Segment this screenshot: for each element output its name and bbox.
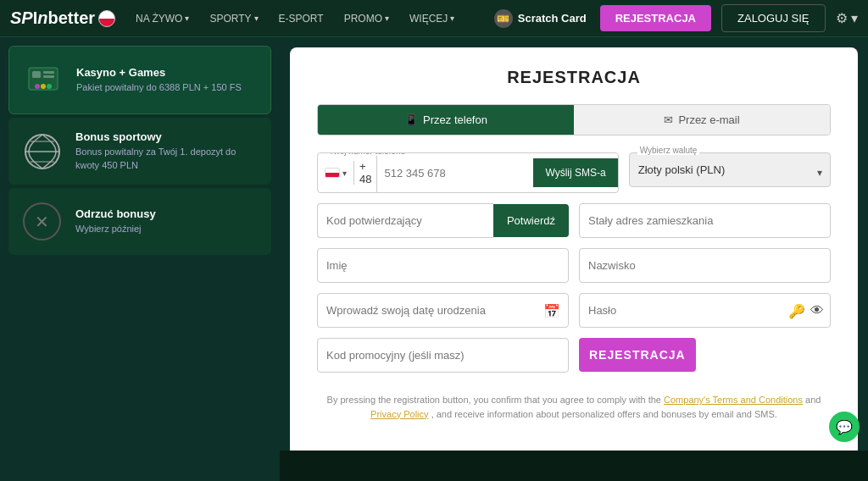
sport-bonus-desc: Bonus powitalny za Twój 1. depozyt do kw…	[75, 146, 261, 172]
terms-link[interactable]: Company's Terms and Conditions	[664, 395, 803, 405]
verify-address-row: Potwierdź	[317, 203, 831, 238]
svg-rect-2	[43, 71, 54, 74]
chat-bubble-button[interactable]: 💬	[829, 412, 860, 442]
name-row	[317, 248, 831, 283]
main-content: Kasyno + Games Pakiet powitalny do 6388 …	[0, 37, 868, 481]
password-icons: 🔑 👁	[788, 302, 824, 318]
casino-bonus-desc: Pakiet powitalny do 6388 PLN + 150 FS	[76, 81, 260, 94]
registration-tabs: 📱 Przez telefon ✉ Przez e-mail	[317, 104, 831, 135]
sport-icon	[19, 128, 65, 174]
currency-select[interactable]: Złoty polski (PLN)	[629, 152, 831, 187]
bonus-card-casino[interactable]: Kasyno + Games Pakiet powitalny do 6388 …	[8, 46, 271, 114]
phone-code: + 48	[354, 153, 377, 192]
svg-rect-1	[32, 71, 41, 78]
registration-title: REJESTRACJA	[317, 68, 831, 87]
nav-item-sporty[interactable]: SPORTY ▾	[203, 9, 264, 28]
disclaimer: By pressing the registration button, you…	[317, 393, 831, 421]
email-tab-icon: ✉	[664, 113, 673, 126]
address-input[interactable]	[579, 203, 831, 238]
header: SPInbetter NA ŻYWO ▾ SPORTY ▾ E-SPORT PR…	[0, 0, 868, 37]
reject-bonus-info: Odrzuć bonusy Wybierz później	[75, 207, 261, 235]
dob-group: 📅	[317, 293, 569, 328]
svg-point-4	[35, 84, 40, 89]
nav-item-live[interactable]: NA ŻYWO ▾	[129, 9, 196, 28]
phone-tab-icon: 📱	[404, 113, 418, 126]
settings-button[interactable]: ⚙ ▾	[836, 10, 858, 26]
nav-item-esport[interactable]: E-SPORT	[272, 9, 331, 28]
firstname-input[interactable]	[317, 248, 569, 283]
dob-input[interactable]	[317, 293, 569, 328]
phone-flag-selector[interactable]: ▾	[318, 161, 354, 185]
poland-flag	[325, 168, 340, 178]
reject-bonus-desc: Wybierz później	[75, 223, 261, 235]
currency-label: Wybierz walutę	[637, 146, 700, 155]
verify-button[interactable]: Potwierdź	[493, 204, 569, 237]
register-button-group: REJESTRACJA	[579, 338, 831, 373]
lastname-input[interactable]	[579, 248, 831, 283]
phone-group: Twój numer telefonu ▾ + 48 Wyślij SMS-a	[317, 152, 619, 193]
casino-bonus-title: Kasyno + Games	[76, 66, 260, 79]
nav-item-more[interactable]: WIĘCEJ ▾	[403, 9, 461, 28]
logo-better: better	[47, 8, 95, 27]
verify-group: Potwierdź	[317, 203, 569, 238]
scratch-card-label: 🎫 Scratch Card	[494, 9, 587, 28]
currency-group: Wybierz walutę Złoty polski (PLN) ▾	[629, 152, 831, 193]
logo: SPInbetter	[10, 8, 115, 28]
chevron-down-icon: ▾	[450, 14, 454, 23]
tab-phone[interactable]: 📱 Przez telefon	[318, 105, 574, 135]
promo-input[interactable]	[317, 338, 569, 373]
promo-register-row: REJESTRACJA	[317, 338, 831, 373]
svg-point-5	[41, 84, 46, 89]
chevron-down-icon: ▾	[185, 14, 189, 23]
phone-label: Twój numer telefonu	[326, 152, 408, 156]
bonus-card-reject[interactable]: ✕ Odrzuć bonusy Wybierz później	[8, 188, 271, 255]
phone-currency-row: Twój numer telefonu ▾ + 48 Wyślij SMS-a …	[317, 152, 831, 193]
lock-icon: 🔑	[788, 302, 805, 318]
tab-email[interactable]: ✉ Przez e-mail	[574, 105, 830, 135]
chevron-down-icon: ▾	[254, 14, 259, 23]
casino-bonus-info: Kasyno + Games Pakiet powitalny do 6388 …	[76, 66, 260, 94]
address-group	[579, 203, 831, 238]
phone-number-input[interactable]	[377, 160, 533, 186]
bonus-card-sport[interactable]: Bonus sportowy Bonus powitalny za Twój 1…	[8, 118, 271, 185]
promo-group	[317, 338, 569, 373]
reject-icon: ✕	[19, 198, 65, 245]
svg-point-6	[47, 84, 52, 89]
logo-flag	[98, 10, 115, 27]
sport-bonus-title: Bonus sportowy	[75, 130, 261, 143]
eye-icon[interactable]: 👁	[810, 302, 824, 318]
scratch-card-icon: 🎫	[494, 9, 513, 28]
chevron-down-icon: ▾	[385, 14, 389, 23]
sport-bonus-info: Bonus sportowy Bonus powitalny za Twój 1…	[75, 130, 261, 172]
chevron-down-icon: ▾	[342, 169, 347, 178]
phone-input-group: Twój numer telefonu ▾ + 48 Wyślij SMS-a	[317, 152, 619, 193]
register-main-button[interactable]: REJESTRACJA	[579, 338, 696, 372]
privacy-link[interactable]: Privacy Policy	[370, 409, 428, 419]
verification-code-input[interactable]	[317, 203, 493, 238]
nav-item-promo[interactable]: PROMO ▾	[337, 9, 396, 28]
lastname-group	[579, 248, 831, 283]
firstname-group	[317, 248, 569, 283]
login-header-button[interactable]: ZALOGUJ SIĘ	[721, 4, 826, 32]
dob-password-row: 📅 🔑 👁	[317, 293, 831, 328]
logo-spin: SPIn	[10, 8, 47, 27]
register-header-button[interactable]: REJESTRACJA	[600, 5, 711, 31]
registration-panel: REJESTRACJA 📱 Przez telefon ✉ Przez e-ma…	[290, 47, 858, 471]
svg-rect-3	[43, 75, 54, 78]
sidebar: Kasyno + Games Pakiet powitalny do 6388 …	[0, 37, 280, 481]
password-group: 🔑 👁	[579, 293, 831, 328]
reject-bonus-title: Odrzuć bonusy	[75, 207, 261, 220]
casino-icon	[19, 57, 66, 103]
send-sms-button[interactable]: Wyślij SMS-a	[533, 158, 617, 187]
logo-text: SPInbetter	[10, 8, 95, 28]
